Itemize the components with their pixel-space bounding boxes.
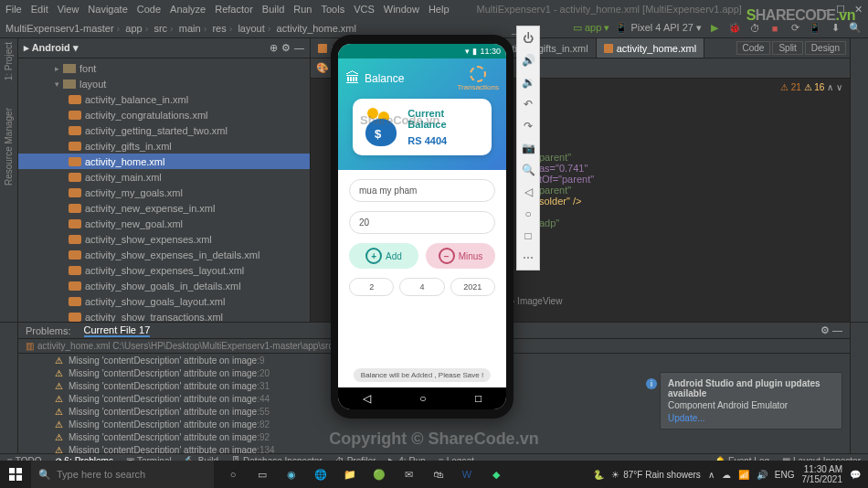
tree-file[interactable]: activity_new_goal.xml <box>18 216 310 231</box>
project-tool-tab[interactable]: 1: Project <box>4 42 14 80</box>
menu-help[interactable]: Help <box>429 4 450 15</box>
store-icon[interactable]: 🛍 <box>424 461 451 488</box>
weather-widget[interactable]: ☀ 87°F Rain showers <box>611 470 701 480</box>
svg-rect-2 <box>9 475 15 481</box>
tree-file[interactable]: activity_home.xml <box>18 154 310 169</box>
add-button[interactable]: +Add <box>349 243 418 269</box>
wifi-tray-icon[interactable]: 📶 <box>738 470 749 480</box>
palette-icon[interactable]: 🎨 <box>316 62 329 75</box>
explorer-icon[interactable]: 📁 <box>336 461 364 488</box>
cortana-icon[interactable]: ○ <box>219 461 247 488</box>
emu-home-icon[interactable]: ○ <box>520 206 536 222</box>
problem-item[interactable]: ⚠Missing 'contentDescription' attribute … <box>18 443 850 453</box>
menu-analyze[interactable]: Analyze <box>170 4 206 15</box>
editor-tab-active[interactable]: activity_home.xml <box>597 38 704 58</box>
device-selector[interactable]: 📱 Pixel 4 API 27 ▾ <box>615 22 702 34</box>
emu-power-icon[interactable]: ⏻ <box>520 30 536 47</box>
tree-folder-layout[interactable]: ▾layout <box>18 76 310 91</box>
emu-rotate-left-icon[interactable]: ↶ <box>520 96 536 112</box>
mail-icon[interactable]: ✉ <box>395 461 422 488</box>
taskbar-clock[interactable]: 11:30 AM 7/15/2021 <box>802 464 843 484</box>
date-year[interactable]: 2021 <box>450 278 495 296</box>
panel-gear-icon[interactable]: ⚙ <box>281 42 291 54</box>
emu-volume-down-icon[interactable]: 🔉 <box>520 74 536 90</box>
start-button[interactable] <box>0 461 31 488</box>
minus-button[interactable]: −Minus <box>426 243 495 269</box>
run-icon[interactable]: ▶ <box>707 21 722 36</box>
notifications-icon[interactable]: 💬 <box>850 470 861 480</box>
window-close-icon[interactable]: ✕ <box>854 4 863 16</box>
panel-hide-icon[interactable]: — <box>294 42 304 54</box>
tree-file[interactable]: activity_show_goals_in_details.xml <box>18 278 310 293</box>
volume-tray-icon[interactable]: 🔊 <box>757 470 767 480</box>
transactions-button[interactable]: Transactions <box>458 66 500 91</box>
menu-code[interactable]: Code <box>137 4 161 15</box>
tray-up-icon[interactable]: ∧ <box>708 470 715 480</box>
menu-file[interactable]: File <box>5 4 22 15</box>
menu-refactor[interactable]: Refactor <box>215 4 253 15</box>
tree-file[interactable]: activity_show_expenses_layout.xml <box>18 262 310 278</box>
onedrive-icon[interactable]: ☁ <box>722 470 731 480</box>
problem-item[interactable]: ⚠Missing 'contentDescription' attribute … <box>18 430 850 443</box>
emu-zoom-icon[interactable]: 🔍 <box>520 162 536 178</box>
tree-file[interactable]: activity_show_expenses_in_details.xml <box>18 247 310 262</box>
tree-file[interactable]: activity_show_transactions.xml <box>18 309 310 322</box>
widgets-icon[interactable]: ◉ <box>278 461 305 488</box>
bank-icon: 🏛 <box>345 70 360 87</box>
menu-vcs[interactable]: VCS <box>354 4 375 15</box>
menu-edit[interactable]: Edit <box>31 4 48 15</box>
nav-home-icon[interactable]: ○ <box>419 392 426 405</box>
tree-folder-font[interactable]: ▸font <box>18 60 310 76</box>
date-month[interactable]: 4 <box>399 278 444 296</box>
menu-window[interactable]: Window <box>384 4 419 15</box>
tree-file[interactable]: activity_congratulations.xml <box>18 107 310 122</box>
run-config-icon[interactable]: ▭ app ▾ <box>573 22 609 34</box>
description-input[interactable]: mua my pham <box>349 179 495 202</box>
chrome-icon[interactable]: 🟢 <box>365 461 393 488</box>
edge-icon[interactable]: 🌐 <box>307 461 334 488</box>
debug-icon[interactable]: 🐞 <box>727 21 742 36</box>
tree-file[interactable]: activity_getting_started_two.xml <box>18 122 310 138</box>
problems-tab-current[interactable]: Current File 17 <box>84 324 151 337</box>
android-studio-icon[interactable]: ◆ <box>482 461 510 488</box>
menu-run[interactable]: Run <box>293 4 312 15</box>
menu-tools[interactable]: Tools <box>321 4 344 15</box>
update-notification[interactable]: i Android Studio and plugin updates avai… <box>660 372 842 430</box>
menu-build[interactable]: Build <box>262 4 284 15</box>
nav-recent-icon[interactable]: □ <box>475 392 482 405</box>
resource-manager-tab[interactable]: Resource Manager <box>4 108 14 186</box>
tree-file[interactable]: activity_balance_in.xml <box>18 91 310 107</box>
problems-tab-all[interactable]: Problems: <box>26 325 71 336</box>
tree-file[interactable]: activity_show_expenses.xml <box>18 231 310 247</box>
tree-file[interactable]: activity_main.xml <box>18 169 310 185</box>
python-icon[interactable]: 🐍 <box>593 470 604 480</box>
view-split-button[interactable]: Split <box>772 41 802 55</box>
word-icon[interactable]: W <box>453 461 481 488</box>
warnings-badge[interactable]: ⚠ 21 ⚠ 16 ∧ ∨ <box>780 82 842 92</box>
tree-file[interactable]: activity_my_goals.xml <box>18 185 310 200</box>
amount-input[interactable]: 20 <box>349 211 495 234</box>
menu-view[interactable]: View <box>58 4 79 15</box>
notif-update-link[interactable]: Update... <box>668 413 834 423</box>
emu-rotate-right-icon[interactable]: ↷ <box>520 118 536 134</box>
tree-file[interactable]: activity_gifts_in.xml <box>18 138 310 154</box>
menu-navigate[interactable]: Navigate <box>88 4 127 15</box>
emu-screenshot-icon[interactable]: 📷 <box>520 140 536 156</box>
lang-indicator[interactable]: ENG <box>775 470 795 480</box>
view-code-button[interactable]: Code <box>736 41 771 55</box>
panel-options-icon[interactable]: ⊕ <box>270 42 278 54</box>
nav-back-icon[interactable]: ◁ <box>363 392 371 405</box>
emu-overview-icon[interactable]: □ <box>520 228 536 244</box>
emu-volume-up-icon[interactable]: 🔊 <box>520 52 536 69</box>
task-view-icon[interactable]: ▭ <box>249 461 276 488</box>
taskbar-search[interactable]: 🔍 Type here to search <box>31 461 214 488</box>
problems-gear-icon[interactable]: ⚙ — <box>820 324 842 336</box>
date-day[interactable]: 2 <box>349 278 394 296</box>
tree-file[interactable]: activity_new_expense_in.xml <box>18 200 310 216</box>
project-tree[interactable]: ▸font ▾layout activity_balance_in.xmlact… <box>18 58 310 322</box>
breadcrumb[interactable]: MultiExpenserv1-master› app› src› main› … <box>5 23 356 34</box>
view-design-button[interactable]: Design <box>805 41 846 55</box>
tree-file[interactable]: activity_show_goals_layout.xml <box>18 293 310 309</box>
emu-more-icon[interactable]: ⋯ <box>520 249 536 266</box>
emu-back-icon[interactable]: ◁ <box>520 184 536 200</box>
